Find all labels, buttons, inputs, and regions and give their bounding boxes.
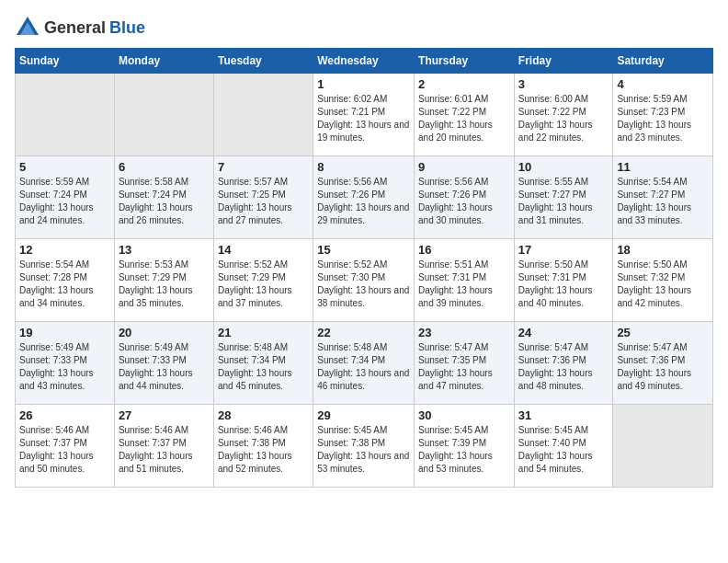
day-info: Sunrise: 5:49 AMSunset: 7:33 PMDaylight:…: [19, 341, 110, 393]
calendar-cell: 10 Sunrise: 5:55 AMSunset: 7:27 PMDaylig…: [514, 156, 613, 239]
calendar-cell: [16, 74, 115, 156]
calendar-cell: [613, 405, 713, 488]
calendar-table: SundayMondayTuesdayWednesdayThursdayFrid…: [15, 48, 713, 488]
calendar-cell: 14 Sunrise: 5:52 AMSunset: 7:29 PMDaylig…: [213, 239, 313, 322]
calendar-cell: 6 Sunrise: 5:58 AMSunset: 7:24 PMDayligh…: [114, 156, 213, 239]
day-info: Sunrise: 5:54 AMSunset: 7:27 PMDaylight:…: [617, 176, 709, 227]
day-number: 28: [218, 408, 309, 422]
logo: General Blue: [15, 15, 145, 40]
calendar-cell: 20 Sunrise: 5:49 AMSunset: 7:33 PMDaylig…: [114, 322, 213, 405]
day-info: Sunrise: 6:00 AMSunset: 7:22 PMDaylight:…: [518, 93, 609, 144]
calendar-cell: 5 Sunrise: 5:59 AMSunset: 7:24 PMDayligh…: [16, 156, 115, 239]
day-number: 27: [119, 408, 210, 422]
day-info: Sunrise: 6:01 AMSunset: 7:22 PMDaylight:…: [418, 93, 510, 144]
day-number: 25: [617, 326, 709, 339]
calendar-cell: 23 Sunrise: 5:47 AMSunset: 7:35 PMDaylig…: [415, 322, 515, 405]
day-info: Sunrise: 5:47 AMSunset: 7:35 PMDaylight:…: [418, 341, 510, 393]
calendar-week-row: 1 Sunrise: 6:02 AMSunset: 7:21 PMDayligh…: [16, 74, 713, 156]
calendar-week-row: 26 Sunrise: 5:46 AMSunset: 7:37 PMDaylig…: [16, 405, 713, 488]
calendar-cell: 1 Sunrise: 6:02 AMSunset: 7:21 PMDayligh…: [313, 74, 415, 156]
day-number: 24: [518, 326, 609, 339]
calendar-day-header: Sunday: [16, 49, 115, 74]
calendar-week-row: 12 Sunrise: 5:54 AMSunset: 7:28 PMDaylig…: [16, 239, 713, 322]
calendar-day-header: Monday: [114, 49, 213, 74]
day-info: Sunrise: 5:57 AMSunset: 7:25 PMDaylight:…: [218, 176, 309, 227]
calendar-cell: 18 Sunrise: 5:50 AMSunset: 7:32 PMDaylig…: [613, 239, 713, 322]
day-info: Sunrise: 5:48 AMSunset: 7:34 PMDaylight:…: [317, 341, 410, 393]
day-info: Sunrise: 5:46 AMSunset: 7:38 PMDaylight:…: [218, 424, 309, 476]
day-info: Sunrise: 5:55 AMSunset: 7:27 PMDaylight:…: [518, 176, 609, 227]
calendar-cell: 25 Sunrise: 5:47 AMSunset: 7:36 PMDaylig…: [613, 322, 713, 405]
day-info: Sunrise: 5:50 AMSunset: 7:31 PMDaylight:…: [518, 259, 609, 310]
day-info: Sunrise: 5:52 AMSunset: 7:30 PMDaylight:…: [317, 259, 410, 310]
day-number: 3: [518, 77, 609, 91]
day-info: Sunrise: 5:53 AMSunset: 7:29 PMDaylight:…: [119, 259, 210, 310]
day-info: Sunrise: 5:48 AMSunset: 7:34 PMDaylight:…: [218, 341, 309, 393]
calendar-cell: 15 Sunrise: 5:52 AMSunset: 7:30 PMDaylig…: [313, 239, 415, 322]
calendar-cell: 29 Sunrise: 5:45 AMSunset: 7:38 PMDaylig…: [313, 405, 415, 488]
day-info: Sunrise: 5:56 AMSunset: 7:26 PMDaylight:…: [418, 176, 510, 227]
calendar-cell: 7 Sunrise: 5:57 AMSunset: 7:25 PMDayligh…: [213, 156, 313, 239]
day-number: 18: [617, 243, 709, 257]
calendar-day-header: Thursday: [415, 49, 515, 74]
day-number: 17: [518, 243, 609, 257]
day-number: 22: [317, 326, 410, 339]
day-info: Sunrise: 5:49 AMSunset: 7:33 PMDaylight:…: [119, 341, 210, 393]
calendar-cell: 8 Sunrise: 5:56 AMSunset: 7:26 PMDayligh…: [313, 156, 415, 239]
calendar-cell: 22 Sunrise: 5:48 AMSunset: 7:34 PMDaylig…: [313, 322, 415, 405]
day-number: 16: [418, 243, 510, 257]
day-info: Sunrise: 5:47 AMSunset: 7:36 PMDaylight:…: [617, 341, 709, 393]
day-info: Sunrise: 5:51 AMSunset: 7:31 PMDaylight:…: [418, 259, 510, 310]
logo-blue: Blue: [109, 18, 145, 38]
day-number: 11: [617, 160, 709, 174]
day-number: 2: [418, 77, 510, 91]
logo-icon: [15, 15, 40, 40]
day-info: Sunrise: 5:58 AMSunset: 7:24 PMDaylight:…: [119, 176, 210, 227]
day-number: 10: [518, 160, 609, 174]
calendar-cell: 2 Sunrise: 6:01 AMSunset: 7:22 PMDayligh…: [415, 74, 515, 156]
calendar-cell: 21 Sunrise: 5:48 AMSunset: 7:34 PMDaylig…: [213, 322, 313, 405]
day-number: 26: [19, 408, 110, 422]
calendar-cell: 11 Sunrise: 5:54 AMSunset: 7:27 PMDaylig…: [613, 156, 713, 239]
day-number: 12: [19, 243, 110, 257]
day-number: 6: [119, 160, 210, 174]
day-info: Sunrise: 6:02 AMSunset: 7:21 PMDaylight:…: [317, 93, 410, 144]
calendar-day-header: Tuesday: [213, 49, 313, 74]
day-number: 14: [218, 243, 309, 257]
logo-general: General: [44, 18, 106, 38]
calendar-cell: 31 Sunrise: 5:45 AMSunset: 7:40 PMDaylig…: [514, 405, 613, 488]
calendar-day-header: Friday: [514, 49, 613, 74]
day-number: 21: [218, 326, 309, 339]
calendar-cell: 28 Sunrise: 5:46 AMSunset: 7:38 PMDaylig…: [213, 405, 313, 488]
day-info: Sunrise: 5:56 AMSunset: 7:26 PMDaylight:…: [317, 176, 410, 227]
day-info: Sunrise: 5:45 AMSunset: 7:38 PMDaylight:…: [317, 424, 410, 476]
calendar-cell: 26 Sunrise: 5:46 AMSunset: 7:37 PMDaylig…: [16, 405, 115, 488]
day-number: 1: [317, 77, 410, 91]
day-info: Sunrise: 5:59 AMSunset: 7:24 PMDaylight:…: [19, 176, 110, 227]
calendar-cell: 16 Sunrise: 5:51 AMSunset: 7:31 PMDaylig…: [415, 239, 515, 322]
calendar-cell: [213, 74, 313, 156]
day-number: 13: [119, 243, 210, 257]
calendar-header-row: SundayMondayTuesdayWednesdayThursdayFrid…: [16, 49, 713, 74]
calendar-cell: 12 Sunrise: 5:54 AMSunset: 7:28 PMDaylig…: [16, 239, 115, 322]
calendar-cell: 13 Sunrise: 5:53 AMSunset: 7:29 PMDaylig…: [114, 239, 213, 322]
day-info: Sunrise: 5:46 AMSunset: 7:37 PMDaylight:…: [119, 424, 210, 476]
calendar-cell: 19 Sunrise: 5:49 AMSunset: 7:33 PMDaylig…: [16, 322, 115, 405]
day-number: 15: [317, 243, 410, 257]
day-number: 19: [19, 326, 110, 339]
day-info: Sunrise: 5:45 AMSunset: 7:40 PMDaylight:…: [518, 424, 609, 476]
day-number: 23: [418, 326, 510, 339]
day-info: Sunrise: 5:46 AMSunset: 7:37 PMDaylight:…: [19, 424, 110, 476]
day-number: 30: [418, 408, 510, 422]
day-number: 5: [19, 160, 110, 174]
calendar-cell: 17 Sunrise: 5:50 AMSunset: 7:31 PMDaylig…: [514, 239, 613, 322]
calendar-week-row: 19 Sunrise: 5:49 AMSunset: 7:33 PMDaylig…: [16, 322, 713, 405]
day-info: Sunrise: 5:54 AMSunset: 7:28 PMDaylight:…: [19, 259, 110, 310]
day-info: Sunrise: 5:50 AMSunset: 7:32 PMDaylight:…: [617, 259, 709, 310]
calendar-cell: 24 Sunrise: 5:47 AMSunset: 7:36 PMDaylig…: [514, 322, 613, 405]
page-header: General Blue: [15, 15, 713, 40]
day-number: 7: [218, 160, 309, 174]
calendar-cell: 27 Sunrise: 5:46 AMSunset: 7:37 PMDaylig…: [114, 405, 213, 488]
calendar-cell: 30 Sunrise: 5:45 AMSunset: 7:39 PMDaylig…: [415, 405, 515, 488]
calendar-body: 1 Sunrise: 6:02 AMSunset: 7:21 PMDayligh…: [16, 74, 713, 488]
